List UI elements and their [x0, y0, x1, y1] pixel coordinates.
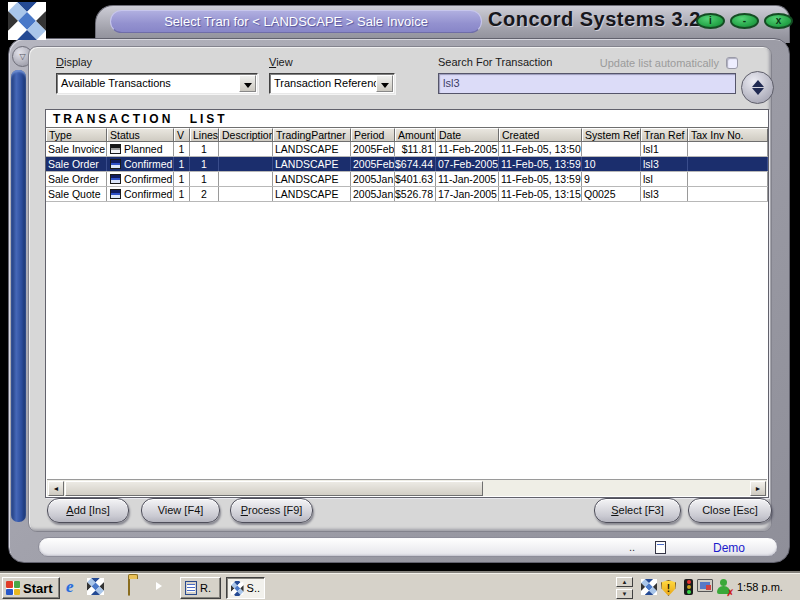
cell-type: Sale Quote — [46, 187, 107, 201]
computer-status-icon[interactable] — [697, 579, 714, 596]
table-row[interactable]: Sale Order Confirmed 1 1 LANDSCAPE 2005J… — [46, 172, 768, 187]
traffic-light-icon[interactable] — [680, 579, 697, 596]
cell-description — [219, 157, 273, 171]
cell-status: Confirmed — [107, 187, 174, 201]
col-period[interactable]: Period — [351, 128, 395, 141]
col-date[interactable]: Date — [436, 128, 499, 141]
document-icon — [185, 581, 197, 595]
cell-date: 11-Jan-2005 — [436, 172, 499, 186]
cell-v: 1 — [174, 172, 190, 186]
col-description[interactable]: Description — [219, 128, 273, 141]
table-row[interactable]: Sale Invoice Planned 1 1 LANDSCAPE 2005F… — [46, 142, 768, 157]
status-confirmed-icon — [110, 174, 121, 184]
task-button-report[interactable]: R. — [180, 577, 221, 599]
chevron-down-icon[interactable] — [239, 75, 256, 92]
scroll-right-button[interactable]: ► — [750, 481, 766, 496]
table-row[interactable]: Sale Quote Confirmed 1 2 LANDSCAPE 2005J… — [46, 187, 768, 202]
tray-scroll-buttons[interactable]: ▲ ▼ — [616, 577, 633, 599]
internet-explorer-icon[interactable]: e — [66, 578, 84, 596]
folder-icon[interactable] — [128, 578, 146, 596]
start-button[interactable]: Start — [2, 577, 60, 599]
status-planned-icon — [110, 144, 121, 154]
minimize-button[interactable]: - — [730, 13, 759, 29]
cell-lines: 1 — [190, 172, 219, 186]
cell-amount: $401.63 — [395, 172, 436, 186]
window-title: Select Tran for < LANDSCAPE > Sale Invoi… — [110, 10, 482, 33]
view-label: View — [269, 56, 293, 68]
view-dropdown[interactable]: Transaction Reference — [269, 73, 395, 94]
status-text: .. — [629, 541, 635, 553]
windows-logo-icon — [6, 581, 20, 595]
view-button[interactable]: View [F4] — [141, 498, 220, 523]
cell-period: 2005Jan — [351, 187, 395, 201]
scrollbar-thumb[interactable] — [65, 481, 483, 496]
cell-tax — [688, 187, 768, 201]
col-created[interactable]: Created — [499, 128, 582, 141]
cell-partner: LANDSCAPE — [273, 142, 351, 156]
security-shield-icon[interactable]: ! — [661, 579, 678, 596]
status-confirmed-icon — [110, 159, 121, 169]
cell-system-ref: Q0025 — [582, 187, 641, 201]
update-list-checkbox[interactable] — [726, 57, 738, 69]
col-tradingpartner[interactable]: TradingPartner — [273, 128, 351, 141]
table-row-selected[interactable]: Sale Order Confirmed 1 1 LANDSCAPE 2005F… — [46, 157, 768, 172]
update-list-label: Update list automatically — [600, 57, 719, 69]
search-input[interactable]: lsl3 — [438, 73, 736, 94]
cell-partner: LANDSCAPE — [273, 157, 351, 171]
user-offline-icon[interactable]: ✗ — [716, 579, 733, 596]
close-window-button[interactable]: x — [764, 13, 793, 29]
record-spinner-button[interactable] — [741, 71, 774, 104]
cell-date: 17-Jan-2005 — [436, 187, 499, 201]
col-type[interactable]: Type — [46, 128, 107, 141]
col-system-ref[interactable]: System Ref — [582, 128, 641, 141]
col-status[interactable]: Status — [107, 128, 174, 141]
demo-badge: Demo — [713, 541, 745, 555]
col-lines[interactable]: Lines — [190, 128, 219, 141]
horizontal-scrollbar[interactable]: ◄ ► — [47, 479, 767, 496]
select-button[interactable]: Select [F3] — [594, 498, 681, 523]
tray-scroll-up-icon[interactable]: ▲ — [616, 577, 633, 587]
app-title: Concord Systems 3.2 — [488, 8, 701, 31]
scroll-left-button[interactable]: ◄ — [48, 481, 64, 496]
col-tran-ref[interactable]: Tran Ref — [641, 128, 688, 141]
cell-partner: LANDSCAPE — [273, 187, 351, 201]
concord-quicklaunch-icon[interactable] — [87, 578, 105, 596]
cell-created: 11-Feb-05, 13:15 — [499, 187, 582, 201]
display-dropdown[interactable]: Available Transactions — [56, 73, 258, 94]
col-v[interactable]: V — [174, 128, 190, 141]
close-button[interactable]: Close [Esc] — [688, 498, 772, 523]
col-tax-inv-no[interactable]: Tax Inv No. — [688, 128, 768, 141]
tray-concord-icon[interactable] — [641, 579, 658, 596]
cell-status: Planned — [107, 142, 174, 156]
col-amount[interactable]: Amount — [395, 128, 436, 141]
cell-date: 11-Feb-2005 — [436, 142, 499, 156]
table-header-row: Type Status V Lines Description TradingP… — [46, 127, 768, 142]
cell-v: 1 — [174, 187, 190, 201]
cell-tax — [688, 142, 768, 156]
task-label: S.. — [247, 582, 260, 594]
cell-created: 11-Feb-05, 13:59 — [499, 157, 582, 171]
cell-description — [219, 142, 273, 156]
media-player-icon[interactable] — [150, 578, 168, 596]
cell-tax — [688, 157, 768, 171]
chevron-down-icon[interactable] — [376, 75, 393, 92]
cell-type: Sale Invoice — [46, 142, 107, 156]
cell-created: 11-Feb-05, 13:59 — [499, 172, 582, 186]
task-button-select-tran[interactable]: S.. — [226, 577, 265, 599]
cell-lines: 1 — [190, 142, 219, 156]
tray-scroll-down-icon[interactable]: ▼ — [616, 589, 633, 599]
cell-status: Confirmed — [107, 172, 174, 186]
document-status-icon — [655, 541, 666, 554]
add-button[interactable]: Add [Ins] — [47, 498, 129, 523]
cell-period: 2005Jan — [351, 172, 395, 186]
cell-lines: 1 — [190, 157, 219, 171]
info-button[interactable]: i — [696, 13, 725, 29]
concord-task-icon — [231, 581, 244, 596]
list-title: TRANSACTION LIST — [46, 110, 768, 127]
process-button[interactable]: Process [F9] — [230, 498, 313, 523]
taskbar-clock: 1:58 p.m. — [737, 581, 783, 593]
left-accent-bar — [11, 70, 26, 522]
messenger-icon[interactable] — [108, 578, 126, 596]
taskbar: Start e R. S.. ▲ ▼ ! ✗ 1:58 p.m. — [0, 573, 800, 600]
app-window: Select Tran for < LANDSCAPE > Sale Invoi… — [8, 5, 790, 563]
